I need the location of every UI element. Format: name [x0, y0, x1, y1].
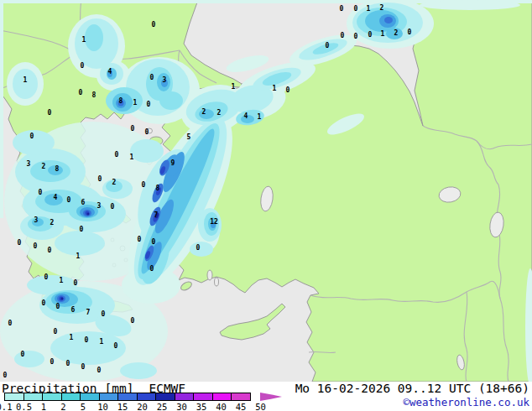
- legend-color-cell: [80, 393, 100, 401]
- precip-value-label: 7: [154, 211, 159, 219]
- precip-value-label: 1: [130, 153, 134, 161]
- precip-value-label: 0: [150, 265, 154, 273]
- precip-value-label: 4: [54, 194, 58, 201]
- legend-color-cell: [212, 393, 232, 401]
- precip-value-label: 3: [163, 76, 167, 84]
- precip-value-label: 0: [8, 320, 13, 327]
- precip-value-label: 1: [381, 30, 385, 38]
- precip-value-label: 0: [42, 299, 46, 307]
- precip-value-label: 1: [70, 334, 74, 341]
- precip-value-label: 3: [97, 202, 102, 210]
- legend-color-cell: [99, 393, 119, 401]
- precip-value-label: 0: [66, 360, 70, 367]
- precip-value-label: 2: [50, 219, 55, 226]
- precip-value-label: 0: [354, 5, 358, 13]
- precip-value-label: 4: [244, 112, 248, 120]
- precip-value-label: 12: [210, 218, 218, 226]
- legend-color-cell: [117, 393, 138, 401]
- legend-color-cell: [4, 393, 24, 401]
- precip-value-label: 0: [196, 244, 201, 252]
- precip-value-label: 2: [112, 179, 117, 186]
- precip-value-label: 1: [273, 85, 277, 92]
- precip-value-label: 5: [187, 133, 191, 141]
- precip-value-label: 0: [326, 42, 330, 49]
- precipitation-map-svg: 1010403080810001102241000120012005109087…: [0, 0, 532, 382]
- precip-value-label: 0: [152, 21, 156, 29]
- precip-value-label: 0: [48, 247, 52, 254]
- precip-value-label: 0: [18, 239, 22, 247]
- precip-value-label: 1: [82, 36, 86, 44]
- precip-value-label: 0: [30, 133, 34, 140]
- precip-value-label: 8: [156, 185, 160, 192]
- precip-value-label: 6: [71, 306, 76, 314]
- precip-value-label: 0: [81, 62, 85, 70]
- precip-value-label: 3: [34, 216, 39, 224]
- precip-value-label: 0: [145, 128, 149, 136]
- precip-value-label: 0: [54, 328, 58, 336]
- precip-value-label: 1: [258, 113, 262, 121]
- precip-value-label: 0: [98, 175, 102, 183]
- precip-value-label: 0: [150, 74, 154, 81]
- precip-value-label: 0: [85, 336, 89, 344]
- precip-value-label: 0: [3, 372, 8, 379]
- precip-value-label: 8: [119, 97, 123, 105]
- legend-color-cell: [61, 393, 81, 401]
- precip-value-label: 0: [114, 342, 118, 350]
- legend-tick-label: 50: [249, 402, 273, 411]
- precip-value-label: 8: [92, 91, 96, 99]
- precip-value-label: 0: [79, 89, 83, 96]
- precip-value-label: 1: [23, 76, 28, 84]
- precip-value-label: 0: [354, 33, 358, 40]
- precip-value-label: 0: [34, 242, 38, 250]
- precip-value-label: 6: [81, 199, 86, 206]
- precip-value-label: 0: [48, 109, 52, 117]
- precip-value-label: 1: [367, 5, 371, 13]
- precip-value-label: 0: [81, 363, 86, 371]
- precip-value-label: 1: [232, 83, 236, 91]
- legend-color-cell: [42, 393, 62, 401]
- legend-color-cell: [155, 393, 175, 401]
- precip-value-label: 0: [80, 226, 84, 233]
- legend-color-cell: [23, 393, 44, 401]
- footer-copyright-link[interactable]: ©weatheronline.co.uk: [403, 396, 529, 408]
- precip-value-label: 0: [138, 236, 142, 243]
- precip-value-label: 3: [27, 160, 31, 168]
- precip-value-label: 0: [97, 367, 102, 374]
- precip-value-label: 0: [56, 303, 60, 310]
- precip-value-label: 0: [74, 279, 78, 287]
- precip-value-label: 2: [380, 4, 384, 12]
- legend-color-cell: [231, 393, 251, 401]
- precip-value-label: 9: [171, 159, 175, 167]
- precip-value-label: 0: [131, 125, 135, 133]
- precip-value-label: 0: [111, 203, 115, 211]
- precip-value-label: 0: [408, 29, 412, 36]
- precip-value-label: 0: [368, 31, 373, 39]
- weather-map: 1010403080810001102241000120012005109087…: [0, 0, 532, 382]
- precip-value-label: 2: [202, 108, 206, 116]
- precip-value-label: 1: [100, 338, 104, 346]
- precip-value-label: 1: [133, 99, 138, 107]
- precip-value-label: 0: [50, 358, 55, 366]
- legend-color-cell: [193, 393, 213, 401]
- precip-value-label: 0: [341, 32, 345, 39]
- precip-value-label: 0: [286, 86, 290, 94]
- precip-value-label: 2: [217, 109, 222, 117]
- precip-value-label: 0: [142, 181, 146, 189]
- precip-value-label: 0: [102, 310, 106, 318]
- legend-color-cell: [137, 393, 157, 401]
- precip-value-label: 0: [147, 101, 151, 108]
- precip-value-label: 0: [44, 273, 49, 281]
- precip-value-label: 8: [55, 165, 60, 173]
- precip-value-label: 1: [60, 277, 64, 284]
- precip-value-label: 7: [86, 309, 91, 316]
- precip-value-label: 2: [394, 29, 399, 37]
- precip-value-label: 0: [340, 5, 344, 13]
- legend-color-bar: [4, 393, 251, 401]
- precip-value-label: 2: [42, 163, 46, 170]
- legend-color-cell: [175, 393, 195, 401]
- precip-value-label: 0: [131, 317, 135, 325]
- precip-value-label: 0: [67, 196, 71, 204]
- legend-arrow-icon: [260, 393, 285, 401]
- precip-value-label: 4: [108, 68, 112, 75]
- footer-datetime: Mo 16-02-2026 09..12 UTC (18+66): [295, 382, 529, 395]
